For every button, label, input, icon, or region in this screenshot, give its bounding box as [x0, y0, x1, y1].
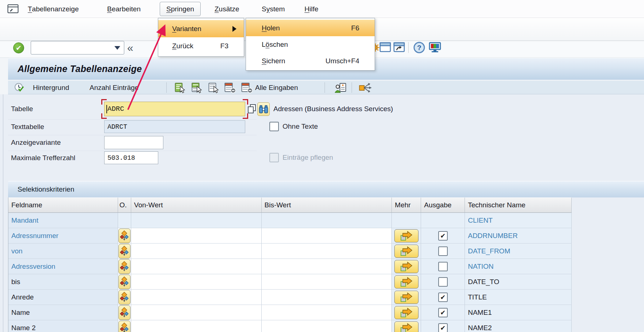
selektionskriterien-title: Selektionskriterien: [18, 185, 74, 193]
bis-wert-input[interactable]: [262, 244, 392, 259]
bis-wert-input[interactable]: [262, 305, 392, 320]
anzeigevariante-field[interactable]: [104, 136, 163, 149]
von-wert-input[interactable]: [131, 305, 261, 320]
menu-hilfe[interactable]: Hilfe: [304, 0, 318, 18]
menu-tabellenanzeige[interactable]: Tabellenanzeige: [28, 0, 79, 18]
texttabelle-value: ADRCT: [107, 123, 127, 131]
bis-wert-input[interactable]: [262, 320, 392, 332]
ausgabe-cell: [421, 274, 465, 290]
von-wert-input[interactable]: [131, 228, 261, 243]
alle-eingaben-button[interactable]: Alle Eingaben: [255, 81, 298, 94]
execute-clock-icon[interactable]: [14, 83, 24, 93]
ausgabe-checkbox[interactable]: [438, 262, 448, 271]
ausgabe-checkbox[interactable]: [438, 277, 448, 287]
menu-springen[interactable]: Springen: [160, 2, 201, 16]
von-wert-input[interactable]: [131, 244, 261, 259]
mehr-button[interactable]: [394, 321, 418, 332]
bis-wert-input[interactable]: [262, 290, 392, 305]
technischer-name-cell: CLIENT: [465, 213, 572, 228]
selection-options-cell: [118, 274, 131, 290]
tabelle-field[interactable]: ADRC: [104, 102, 245, 116]
mehr-button[interactable]: [394, 291, 418, 304]
help-icon[interactable]: ?: [413, 41, 425, 54]
menu-item-loeschen[interactable]: Löschen: [246, 36, 375, 53]
mehr-cell: [392, 274, 421, 290]
feldname-cell: Adressnummer: [8, 228, 118, 244]
von-wert-input[interactable]: [131, 290, 261, 305]
selection-options-button[interactable]: [118, 305, 130, 320]
toolbar-separator: [408, 42, 409, 53]
max-trefferzahl-label: Maximale Trefferzahl: [11, 151, 75, 164]
select-all-icon[interactable]: [175, 83, 186, 93]
search-binoculars-button[interactable]: [257, 102, 270, 116]
delete-all-entries-icon[interactable]: [241, 83, 253, 93]
von-wert-cell: [131, 228, 262, 244]
bis-wert-input[interactable]: [262, 259, 392, 274]
technischer-name-cell: NATION: [465, 259, 572, 274]
bis-wert-input[interactable]: [262, 274, 392, 289]
menu-item-zurueck[interactable]: Zurück F3: [158, 37, 244, 54]
mehr-arrow-icon: [400, 323, 413, 332]
mehr-button[interactable]: [394, 245, 418, 258]
bis-wert-input[interactable]: [262, 228, 392, 243]
varianten-label: Varianten: [172, 25, 201, 33]
selection-table: Feldname O. Von-Wert Bis-Wert Mehr Ausga…: [8, 197, 572, 332]
selection-options-icon: [120, 230, 129, 241]
delete-selection-icon[interactable]: [224, 83, 236, 93]
menu-bearbeiten[interactable]: Bearbeiten: [107, 0, 141, 18]
mehr-button[interactable]: [394, 275, 418, 288]
command-dropdown-icon[interactable]: [114, 46, 120, 50]
app-toolbar-separator: [352, 82, 352, 93]
menu-item-holen[interactable]: Holen F6: [246, 20, 375, 36]
ausgabe-checkbox[interactable]: ✔: [438, 308, 448, 317]
new-session-icon[interactable]: [379, 42, 391, 52]
collapse-toolbar-icon[interactable]: «: [127, 41, 133, 54]
von-wert-cell: [131, 274, 262, 290]
selection-options-button[interactable]: [118, 259, 130, 274]
zurueck-shortcut: F3: [220, 42, 236, 50]
von-wert-input[interactable]: [131, 320, 261, 332]
text-caret: [106, 105, 107, 113]
bis-wert-cell: [262, 213, 392, 228]
ausgabe-checkbox[interactable]: ✔: [438, 293, 448, 302]
mehr-button[interactable]: [394, 306, 418, 319]
gui-settings-monitor-icon[interactable]: [428, 42, 442, 53]
selection-options-button[interactable]: [118, 290, 130, 305]
anzahl-eintraege-button[interactable]: Anzahl Einträge: [90, 81, 139, 94]
col-o: O.: [118, 197, 131, 213]
menu-item-varianten[interactable]: Varianten: [158, 20, 244, 37]
selection-options-button[interactable]: [118, 275, 130, 289]
select-block-icon[interactable]: [192, 83, 202, 93]
menu-system[interactable]: System: [262, 0, 285, 18]
ausgabe-checkbox[interactable]: [438, 246, 448, 256]
texttabelle-field[interactable]: ADRCT: [104, 120, 245, 133]
ausgabe-cell: [421, 213, 465, 228]
command-field[interactable]: [31, 41, 124, 54]
selection-options-icon: [120, 276, 129, 287]
deselect-all-icon[interactable]: [208, 83, 219, 93]
command-input[interactable]: [31, 41, 124, 54]
enter-check-icon[interactable]: ✔: [13, 42, 24, 53]
distribute-icon[interactable]: [359, 83, 372, 93]
ohne-texte-checkbox[interactable]: [269, 122, 279, 131]
selection-options-button[interactable]: [118, 321, 130, 332]
von-wert-input[interactable]: [131, 274, 261, 289]
ausgabe-checkbox[interactable]: ✔: [438, 323, 448, 332]
ausgabe-checkbox[interactable]: ✔: [438, 231, 448, 241]
mehr-button[interactable]: [394, 229, 418, 242]
max-trefferzahl-field[interactable]: 503.018: [104, 151, 158, 164]
value-help-icon[interactable]: [247, 104, 257, 114]
selection-options-button[interactable]: [118, 229, 130, 243]
hintergrund-button[interactable]: Hintergrund: [33, 81, 69, 94]
table-row: MandantCLIENT: [8, 213, 572, 228]
mehr-button[interactable]: [394, 260, 418, 273]
menu-zusaetze[interactable]: Zusätze: [215, 0, 239, 18]
technischer-name-cell: TITLE: [465, 290, 572, 305]
create-shortcut-icon[interactable]: [393, 42, 405, 52]
user-parameters-icon[interactable]: [335, 83, 346, 93]
loeschen-label: Löschen: [262, 41, 288, 49]
selection-options-button[interactable]: [118, 244, 130, 259]
menu-item-sichern[interactable]: Sichern Umsch+F4: [246, 53, 375, 69]
von-wert-input[interactable]: [131, 259, 261, 274]
bis-wert-cell: [262, 228, 392, 244]
